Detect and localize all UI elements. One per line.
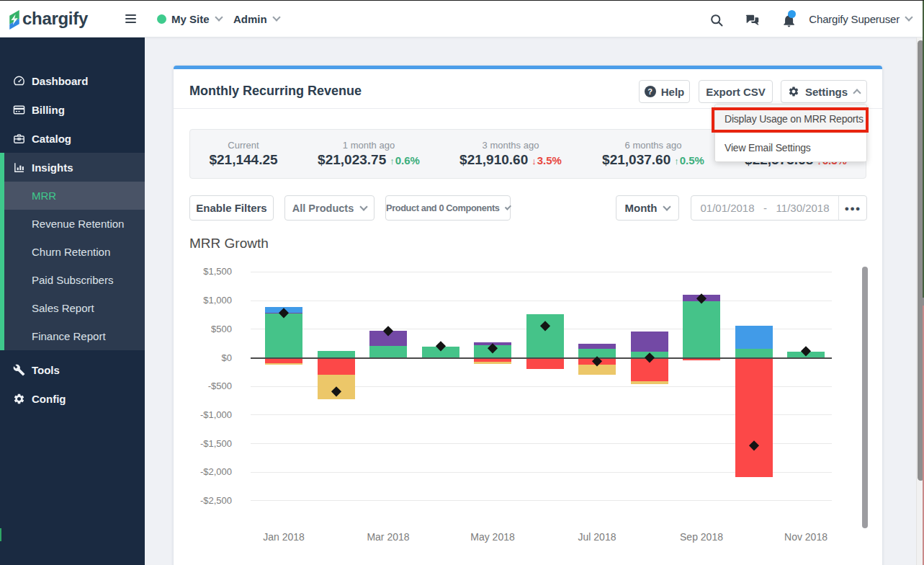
chargify-logo[interactable]: chargify [9, 10, 88, 32]
bar-segment-purple [578, 344, 616, 349]
gridline [251, 272, 832, 272]
x-tick-label: Mar 2018 [367, 531, 409, 543]
sidebar-item-finance-report[interactable]: Finance Report [0, 322, 145, 350]
sidebar-item-label: Config [32, 393, 66, 405]
bar-segment-green [735, 349, 773, 357]
bar-segment-purple [474, 342, 511, 345]
sidebar: Dashboard Billing Catalog [0, 37, 145, 565]
menu-item-display-usage[interactable]: Display Usage on MRR Reports [715, 104, 866, 133]
gear-icon [13, 393, 25, 405]
sidebar-item-insights[interactable]: Insights [0, 153, 145, 182]
bar-segment-red [578, 358, 616, 365]
bar-segment-yellow [265, 363, 302, 365]
stat-3-months-ago: 3 months ago $21,910.60↓3.5% [459, 130, 562, 178]
bar-segment-purple [265, 313, 302, 314]
stat-1-month-ago: 1 month ago $21,023.75↑0.6% [318, 130, 420, 178]
date-end: 11/30/2018 [776, 202, 830, 214]
net-change-marker [436, 342, 445, 351]
question-icon: ? [645, 86, 656, 97]
menu-item-view-email-settings[interactable]: View Email Settings [715, 133, 866, 161]
briefcase-icon [13, 133, 25, 145]
sidebar-item-label: Tools [32, 364, 60, 376]
sidebar-group-insights: Insights MRR Revenue Retention Churn Ret… [0, 153, 145, 350]
date-range-input[interactable]: 01/01/2018 - 11/30/2018 ●●● [691, 195, 867, 221]
chevron-down-icon [272, 13, 280, 21]
net-change-marker [540, 321, 550, 331]
stat-current: Current $21,144.25 [209, 130, 277, 178]
chat-icon[interactable] [745, 13, 759, 27]
bar-segment-purple [631, 332, 668, 352]
bar-segment-red [683, 358, 720, 361]
sidebar-item-sales-report[interactable]: Sales Report [0, 294, 145, 322]
net-change-marker [645, 352, 654, 362]
help-button[interactable]: ? Help [639, 80, 690, 103]
bar-segment-yellow [631, 381, 668, 384]
sidebar-item-label: Billing [32, 104, 65, 116]
gauge-icon [13, 75, 25, 87]
settings-dropdown-menu: Display Usage on MRR Reports View Email … [714, 104, 867, 162]
stat-delta: ↑0.6% [390, 154, 420, 166]
date-range-value[interactable]: 01/01/2018 - 11/30/2018 [691, 202, 838, 214]
search-icon[interactable] [709, 13, 724, 27]
export-csv-label: Export CSV [706, 86, 766, 98]
sidebar-subitem-label: Churn Retention [32, 246, 110, 258]
date-start: 01/01/2018 [700, 202, 754, 214]
settings-button[interactable]: Settings [781, 80, 867, 103]
page-title: Monthly Recurring Revenue [189, 84, 362, 99]
products-filter-dropdown[interactable]: All Products [284, 195, 374, 221]
menu-item-label: View Email Settings [725, 142, 811, 154]
app-window: chargify My Site Admin [0, 0, 924, 565]
gridline [251, 414, 832, 415]
bar-segment-purple [369, 331, 407, 346]
sidebar-item-revenue-retention[interactable]: Revenue Retention [0, 210, 145, 238]
products-filter-label: All Products [292, 203, 354, 214]
sidebar-subitem-label: Paid Subscribers [32, 274, 113, 286]
gridline [251, 386, 832, 387]
interval-dropdown[interactable]: Month [616, 195, 679, 221]
enable-filters-button[interactable]: Enable Filters [189, 195, 274, 221]
menu-item-label: Display Usage on MRR Reports [725, 113, 864, 125]
x-tick-label: Jul 2018 [578, 531, 616, 543]
sidebar-subitem-label: Sales Report [32, 302, 94, 314]
bar-segment-yellow [474, 362, 511, 364]
export-csv-button[interactable]: Export CSV [699, 80, 773, 103]
top-bar: chargify My Site Admin [0, 0, 924, 37]
sidebar-item-config[interactable]: Config [0, 384, 145, 413]
sidebar-item-paid-subscribers[interactable]: Paid Subscribers [0, 266, 145, 294]
y-tick-label: $1,000 [174, 295, 232, 306]
sidebar-item-label: Dashboard [32, 75, 88, 87]
sidebar-item-churn-retention[interactable]: Churn Retention [0, 238, 145, 266]
bar-segment-purple [683, 295, 720, 301]
sidebar-item-label: Insights [32, 161, 73, 174]
y-tick-label: -$500 [174, 381, 232, 392]
bar-segment-green [683, 301, 720, 358]
page-scrollbar-thumb[interactable] [918, 40, 924, 481]
bar-segment-red [735, 358, 773, 477]
date-options-button[interactable]: ●●● [838, 196, 866, 220]
bar-segment-red [631, 358, 668, 381]
y-tick-label: -$2,000 [174, 466, 232, 478]
user-menu[interactable]: Chargify Superuser [809, 0, 912, 37]
card-accent-bar [174, 66, 882, 69]
stat-label: 1 month ago [318, 140, 420, 151]
y-tick-label: $0 [174, 352, 232, 364]
date-separator: - [763, 202, 767, 214]
site-switcher[interactable]: My Site [157, 0, 222, 37]
gridline [251, 329, 832, 329]
bar-segment-red [318, 358, 355, 375]
sidebar-item-catalog[interactable]: Catalog [0, 124, 145, 153]
chevron-down-icon [663, 203, 671, 210]
help-button-label: Help [661, 86, 685, 98]
sidebar-item-mrr[interactable]: MRR [0, 182, 145, 210]
sidebar-item-tools[interactable]: Tools [0, 355, 145, 384]
stat-label: Current [209, 140, 277, 151]
chart-vertical-scrollbar[interactable] [862, 267, 868, 528]
gridline [251, 301, 832, 301]
net-change-marker [749, 440, 758, 450]
hamburger-menu-icon[interactable] [125, 14, 136, 24]
admin-menu[interactable]: Admin [233, 0, 279, 37]
page-scrollbar-track[interactable] [916, 37, 924, 565]
sidebar-item-dashboard[interactable]: Dashboard [0, 66, 145, 95]
components-filter-dropdown[interactable]: Product and 0 Components [385, 195, 511, 221]
sidebar-item-billing[interactable]: Billing [0, 95, 145, 124]
